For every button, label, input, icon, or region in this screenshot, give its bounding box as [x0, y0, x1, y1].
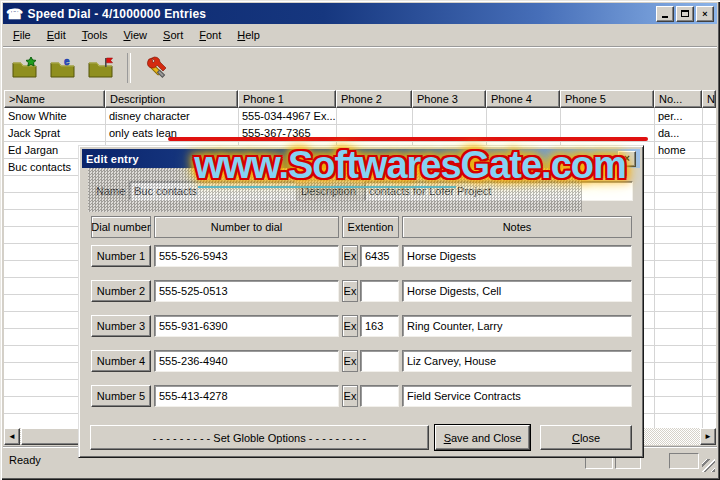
- menu-edit[interactable]: Edit: [39, 27, 74, 43]
- ext-1-input[interactable]: [360, 245, 399, 267]
- folder-new-icon: [11, 56, 39, 80]
- toolbar: e: [3, 47, 717, 89]
- number-5-input[interactable]: [154, 385, 339, 407]
- resize-grip[interactable]: [702, 459, 715, 472]
- notes-1-input[interactable]: [402, 245, 632, 267]
- ex-label: Ex: [342, 385, 358, 407]
- column-header-name[interactable]: >Name: [4, 90, 105, 108]
- column-header-phone2[interactable]: Phone 2: [336, 90, 412, 108]
- menu-tools[interactable]: Tools: [74, 27, 116, 43]
- arrow-left-icon: ◄: [8, 432, 16, 441]
- svg-text:e: e: [64, 56, 70, 67]
- column-header-phone4[interactable]: Phone 4: [486, 90, 560, 108]
- header-number-to-dial: Number to dial: [154, 216, 339, 238]
- notes-3-input[interactable]: [402, 315, 632, 337]
- watermark-text: www.SoftwaresGate.com: [166, 144, 654, 187]
- column-header-description[interactable]: Description: [105, 90, 238, 108]
- maximize-button[interactable]: [676, 6, 694, 22]
- status-text: Ready: [9, 454, 41, 466]
- number-3-input[interactable]: [154, 315, 339, 337]
- scroll-right-button[interactable]: ►: [700, 428, 716, 445]
- column-header-notes2[interactable]: No: [702, 90, 716, 108]
- status-pane: [669, 453, 699, 469]
- minimize-button[interactable]: [656, 6, 674, 22]
- ext-5-input[interactable]: [360, 385, 399, 407]
- number-4-button[interactable]: Number 4: [91, 350, 151, 372]
- cell-name: Jack Sprat: [4, 125, 105, 142]
- close-dialog-button[interactable]: Close: [540, 425, 632, 450]
- menu-bar: File Edit Tools View Sort Font Help: [3, 24, 717, 47]
- number-2-button[interactable]: Number 2: [91, 280, 151, 302]
- window-title: Speed Dial - 4/1000000 Entries: [27, 7, 652, 21]
- notes-5-input[interactable]: [402, 385, 632, 407]
- menu-view[interactable]: View: [115, 27, 155, 43]
- number-1-button[interactable]: Number 1: [91, 245, 151, 267]
- folder-flag-icon: [87, 56, 115, 80]
- cell-description: disney character: [105, 108, 238, 125]
- ext-2-input[interactable]: [360, 280, 399, 302]
- header-notes: Notes: [402, 216, 632, 238]
- open-flag-button[interactable]: [85, 52, 117, 84]
- arrow-right-icon: ►: [704, 432, 712, 441]
- ex-label: Ex: [342, 350, 358, 372]
- app-window: ☎ Speed Dial - 4/1000000 Entries × File …: [0, 0, 720, 480]
- notes-4-input[interactable]: [402, 350, 632, 372]
- number-1-input[interactable]: [154, 245, 339, 267]
- tools-icon: [144, 55, 170, 81]
- cell-notes: home: [654, 142, 702, 159]
- menu-help[interactable]: Help: [229, 27, 268, 43]
- save-and-close-button[interactable]: Save and Close: [435, 425, 530, 450]
- close-button[interactable]: ×: [696, 6, 714, 22]
- phone-icon: ☎: [6, 7, 23, 21]
- column-header-phone5[interactable]: Phone 5: [560, 90, 654, 108]
- options-button[interactable]: [141, 52, 173, 84]
- notes-2-input[interactable]: [402, 280, 632, 302]
- window-controls: ×: [656, 6, 714, 22]
- ex-label: Ex: [342, 280, 358, 302]
- header-extention: Extention: [342, 216, 399, 238]
- open-new-button[interactable]: [9, 52, 41, 84]
- number-4-input[interactable]: [154, 350, 339, 372]
- list-header: >Name Description Phone 1 Phone 2 Phone …: [4, 90, 716, 108]
- open-edit-button[interactable]: e: [47, 52, 79, 84]
- toolbar-separator: [127, 53, 131, 83]
- ex-label: Ex: [342, 315, 358, 337]
- column-header-phone1[interactable]: Phone 1: [238, 90, 336, 108]
- number-2-input[interactable]: [154, 280, 339, 302]
- cell-name: Snow White: [4, 108, 105, 125]
- table-row[interactable]: Snow White disney character 555-034-4967…: [4, 108, 716, 125]
- maximize-icon: [681, 10, 689, 17]
- menu-sort[interactable]: Sort: [155, 27, 191, 43]
- ext-4-input[interactable]: [360, 350, 399, 372]
- close-icon: ×: [702, 9, 707, 19]
- number-3-button[interactable]: Number 3: [91, 315, 151, 337]
- menu-font[interactable]: Font: [191, 27, 229, 43]
- scroll-left-button[interactable]: ◄: [4, 428, 20, 445]
- cell-notes: per...: [654, 108, 702, 125]
- watermark-rule: [168, 137, 648, 141]
- cell-notes: [654, 159, 702, 176]
- folder-edit-icon: e: [49, 56, 77, 80]
- ext-3-input[interactable]: [360, 315, 399, 337]
- column-header-phone3[interactable]: Phone 3: [412, 90, 486, 108]
- column-header-notes[interactable]: No...: [654, 90, 702, 108]
- ex-label: Ex: [342, 245, 358, 267]
- number-5-button[interactable]: Number 5: [91, 385, 151, 407]
- set-globle-options-button[interactable]: - - - - - - - - - Set Globle Options - -…: [90, 425, 429, 450]
- menu-file[interactable]: File: [5, 27, 39, 43]
- cell-phone1: 555-034-4967 Ex...: [238, 108, 336, 125]
- minimize-icon: [662, 16, 668, 18]
- cell-notes: da...: [654, 125, 702, 142]
- title-bar: ☎ Speed Dial - 4/1000000 Entries ×: [3, 3, 717, 24]
- header-dial-number: Dial number: [91, 216, 151, 238]
